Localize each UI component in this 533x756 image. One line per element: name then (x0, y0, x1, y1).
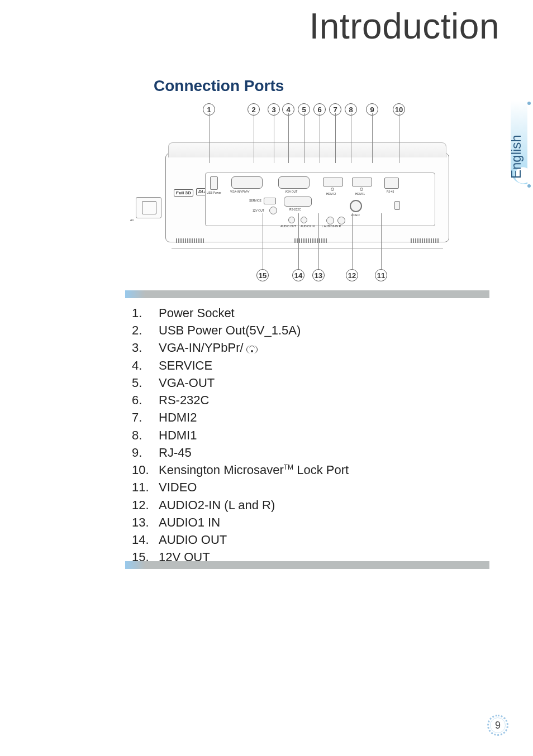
12v-out-port (269, 207, 277, 214)
legend-row: 15.12V OUT (130, 548, 487, 566)
legend-text: VGA-OUT (159, 374, 487, 391)
video-port (350, 200, 362, 212)
callout-14: 14 (292, 269, 304, 281)
leader-line (288, 113, 289, 163)
rj45-label: RJ-45 (387, 190, 394, 193)
kensington-lock (394, 201, 400, 210)
callout-15: 15 (256, 269, 269, 281)
legend-row: 12.AUDIO2-IN (L and R) (130, 496, 487, 514)
usb-power-port (210, 176, 218, 190)
legend-number: 2. (130, 322, 159, 339)
legend-text: VIDEO (159, 479, 487, 496)
leader-line (304, 113, 304, 163)
leader-line (298, 213, 299, 269)
leader-line (254, 113, 254, 163)
legend-text: Kensington MicrosaverTM Lock Port (159, 461, 487, 479)
top-callouts: 12345678910 (162, 103, 453, 123)
legend-row: 6.RS-232C (130, 391, 487, 409)
legend-text: AUDIO OUT (159, 531, 487, 548)
connection-ports-diagram: 12345678910 AC Full 3D DLP USB Power VGA… (162, 101, 453, 285)
vga-out-label: VGA OUT (285, 190, 297, 193)
leader-line (320, 113, 320, 163)
rj45-port (384, 178, 399, 189)
legend-number: 13. (130, 514, 159, 531)
12v-out-label: 12V OUT (253, 209, 264, 212)
legend-row: 2.USB Power Out(5V_1.5A) (130, 322, 487, 339)
divider-bar-top (125, 290, 489, 298)
legend-text: HDMI2 (159, 409, 487, 426)
legend-number: 11. (130, 479, 159, 496)
audio2-r-port (337, 217, 345, 224)
service-port (264, 198, 276, 204)
leader-line (399, 113, 399, 163)
ports-panel: USB Power VGA-IN/YPbPr/ VGA OUT HDMI 2 H… (205, 173, 435, 226)
legend-row: 4.SERVICE (130, 357, 487, 374)
legend-row: 9.RJ-45 (130, 444, 487, 461)
legend-row: 14.AUDIO OUT (130, 531, 487, 548)
manual-page: Introduction Connection Ports English 12… (0, 0, 533, 756)
legend-row: 7.HDMI2 (130, 409, 487, 426)
page-number-badge: 9 (487, 715, 508, 736)
ac-power-socket (136, 197, 161, 218)
legend-number: 14. (130, 531, 159, 548)
legend-number: 9. (130, 444, 159, 461)
legend-number: 3. (130, 339, 159, 356)
legend-number: 5. (130, 374, 159, 391)
legend-text: VGA-IN/YPbPr/ (159, 339, 487, 356)
hdmi2-port (323, 178, 343, 186)
bottom-callouts: 1514131211 (162, 265, 453, 285)
leader-line (335, 113, 336, 163)
leader-line (274, 113, 274, 163)
leader-line (372, 113, 373, 163)
legend-text: 12V OUT (159, 548, 487, 566)
leader-line (318, 213, 319, 269)
projector-rear-illustration: AC Full 3D DLP USB Power VGA-IN/YPbPr/ V… (162, 142, 453, 253)
page-title: Introduction (310, 6, 499, 47)
leader-line (352, 213, 353, 269)
legend-text: AUDIO1 IN (159, 514, 487, 531)
legend-row: 13.AUDIO1 IN (130, 514, 487, 531)
trademark-symbol: TM (284, 463, 293, 471)
audio-out-port (288, 217, 295, 223)
legend-text: Power Socket (159, 304, 487, 322)
vga-in-port (231, 176, 263, 189)
service-label: SERVICE (249, 199, 261, 202)
legend-number: 12. (130, 496, 159, 514)
section-heading: Connection Ports (154, 77, 284, 95)
audio1-in-port (301, 217, 307, 223)
legend-row: 8.HDMI1 (130, 427, 487, 444)
callout-12: 12 (346, 269, 358, 281)
legend-number: 15. (130, 548, 159, 566)
audio1-in-label: AUDIO1 IN (301, 224, 315, 228)
legend-text: HDMI1 (159, 427, 487, 444)
audio2-in-label: L AUDIO2-IN R (322, 224, 341, 228)
audio-out-label: AUDIO OUT (280, 224, 296, 228)
hdmi1-port (352, 178, 372, 186)
legend-number: 10. (130, 461, 159, 479)
legend-number: 4. (130, 357, 159, 374)
legend-row: 5.VGA-OUT (130, 374, 487, 391)
audio2-l-port (326, 217, 334, 224)
legend-row: 11.VIDEO (130, 479, 487, 496)
legend-text: RS-232C (159, 391, 487, 409)
legend-row: 3.VGA-IN/YPbPr/ (130, 339, 487, 356)
legend-number: 1. (130, 304, 159, 322)
legend-row: 1.Power Socket (130, 304, 487, 322)
legend-row: 10.Kensington MicrosaverTM Lock Port (130, 461, 487, 479)
ports-legend-list: 1.Power Socket2.USB Power Out(5V_1.5A)3.… (130, 304, 487, 566)
legend-text: USB Power Out(5V_1.5A) (159, 322, 487, 339)
legend-text: SERVICE (159, 357, 487, 374)
legend-number: 8. (130, 427, 159, 444)
rs232-label: RS-232C (289, 208, 301, 211)
vga-in-label: VGA-IN/YPbPr/ (230, 190, 249, 193)
page-number: 9 (490, 717, 506, 733)
hdmi2-label: HDMI 2 (326, 192, 336, 195)
leader-line (209, 113, 210, 163)
leader-line (381, 213, 382, 269)
usb-power-label: USB Power (207, 191, 221, 194)
vga-out-port (278, 176, 310, 189)
device-chassis: AC Full 3D DLP USB Power VGA-IN/YPbPr/ V… (165, 153, 449, 242)
legend-number: 6. (130, 391, 159, 409)
legend-text: RJ-45 (159, 444, 487, 461)
rs232-port (284, 197, 312, 207)
